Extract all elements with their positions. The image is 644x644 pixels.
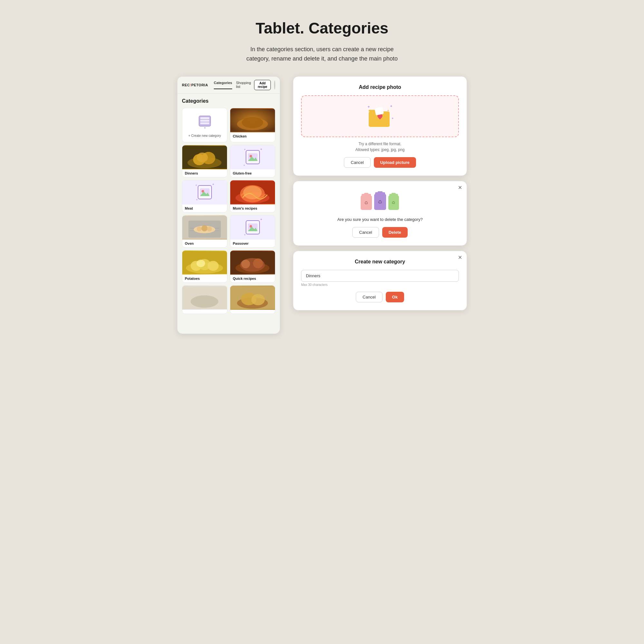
delete-question: Are you sure you want to delete the cate…	[301, 217, 459, 222]
extra2-image	[230, 286, 275, 310]
svg-rect-73	[392, 193, 396, 194]
category-card-dinners[interactable]: Dinners	[182, 145, 227, 177]
svg-point-34	[197, 226, 202, 231]
svg-text:✦: ✦	[210, 123, 212, 125]
page-title: Tablet. Categories	[13, 19, 631, 37]
create-modal-close[interactable]: ✕	[458, 255, 462, 260]
category-name-input[interactable]	[301, 270, 459, 282]
nav-link-categories[interactable]: Categories	[214, 81, 232, 89]
oven-image	[182, 215, 227, 240]
tablet-body: Categories ✦ ✦ ✦ +	[177, 94, 280, 318]
category-card-chicken[interactable]: Chicken	[230, 108, 275, 142]
photo-modal-actions: Cancel Upload picture	[301, 157, 459, 168]
svg-text:✦: ✦	[198, 117, 200, 119]
moms-image	[230, 180, 275, 204]
quick-image	[230, 251, 275, 275]
svg-point-36	[207, 226, 212, 231]
svg-text:♻: ♻	[364, 200, 368, 205]
category-card-extra2[interactable]	[230, 285, 275, 314]
oven-label: Oven	[182, 240, 227, 247]
right-panels: Add recipe photo ✦ ✦ ✦ ✦	[293, 76, 467, 310]
nav-link-shopping[interactable]: Shopping list	[236, 81, 251, 89]
extra1-label	[182, 310, 227, 314]
categories-heading: Categories	[182, 98, 275, 104]
delete-confirm-button[interactable]: Delete	[382, 227, 408, 238]
svg-text:✦: ✦	[204, 127, 206, 129]
moms-label: Mom's recipes	[230, 204, 275, 212]
delete-modal-close[interactable]: ✕	[458, 185, 462, 190]
delete-modal: ✕ ♻ ♻	[293, 181, 467, 246]
svg-rect-6	[200, 122, 209, 124]
gluten-free-label: Gluten-free	[230, 169, 275, 177]
input-character-hint: Max 30 characters	[301, 283, 459, 287]
tablet-nav: REC!PETORIA Categories Shopping list Add…	[177, 77, 280, 94]
category-card-quick[interactable]: Quick recipes	[230, 250, 275, 283]
svg-point-56	[251, 294, 265, 305]
meat-placeholder: ✦ ✦ ✦	[182, 180, 227, 204]
svg-text:✦: ✦	[367, 105, 370, 109]
chicken-label: Chicken	[230, 132, 275, 140]
svg-point-35	[201, 225, 207, 231]
create-ok-button[interactable]: Ok	[386, 292, 404, 302]
chicken-image	[230, 108, 275, 132]
svg-point-52	[191, 295, 218, 308]
category-card-potatoes[interactable]: Potatoes	[182, 250, 227, 283]
delete-modal-actions: Cancel Delete	[301, 227, 459, 238]
svg-rect-69	[378, 191, 383, 193]
passover-placeholder: ✦ ✦	[230, 215, 275, 240]
passover-label: Passover	[230, 240, 275, 247]
folder-icon: ✦ ✦ ✦ ✦	[364, 102, 396, 131]
avatar	[274, 81, 275, 90]
nav-logo: REC!PETORIA	[182, 83, 208, 87]
svg-rect-4	[200, 117, 209, 119]
category-card-oven[interactable]: Oven	[182, 215, 227, 248]
svg-point-13	[241, 117, 263, 128]
svg-rect-5	[200, 120, 209, 122]
delete-cancel-button[interactable]: Cancel	[352, 227, 379, 238]
category-card-moms[interactable]: Mom's recipes	[230, 180, 275, 213]
photo-hint: Try a different file format. Allowed typ…	[301, 141, 459, 153]
create-category-modal: ✕ Create new category Max 30 characters …	[293, 251, 467, 310]
create-new-category-card[interactable]: ✦ ✦ ✦ + Create new category	[182, 108, 227, 142]
svg-point-45	[196, 260, 205, 267]
potatoes-label: Potatoes	[182, 275, 227, 282]
dinners-label: Dinners	[182, 169, 227, 177]
create-modal-actions: Cancel Ok	[301, 292, 459, 302]
photo-upload-area[interactable]: ✦ ✦ ✦ ✦	[301, 95, 459, 137]
add-photo-modal-title: Add recipe photo	[301, 84, 459, 90]
svg-point-49	[241, 260, 250, 268]
category-card-meat[interactable]: ✦ ✦ ✦ Meat	[182, 180, 227, 213]
svg-point-44	[208, 261, 219, 271]
create-modal-title: Create new category	[301, 259, 459, 265]
trash-bins-icon: ♻ ♻ ♻	[359, 189, 401, 213]
tablet-mockup: REC!PETORIA Categories Shopping list Add…	[177, 76, 280, 334]
create-new-label: + Create new category	[188, 134, 221, 137]
gluten-free-placeholder: ✦ ✦ ✦	[230, 145, 275, 169]
add-photo-modal: Add recipe photo ✦ ✦ ✦ ✦	[293, 76, 467, 176]
meat-label: Meat	[182, 204, 227, 212]
nav-links: Categories Shopping list	[214, 81, 251, 89]
extra2-label	[230, 310, 275, 314]
extra1-image	[182, 286, 227, 310]
svg-text:✦: ✦	[391, 117, 394, 120]
svg-text:✦: ✦	[390, 104, 393, 109]
categories-grid: ✦ ✦ ✦ + Create new category	[182, 108, 275, 314]
svg-text:♻: ♻	[378, 199, 382, 205]
category-card-passover[interactable]: ✦ ✦ Passover	[230, 215, 275, 248]
category-card-gluten-free[interactable]: ✦ ✦ ✦ Gluten-free	[230, 145, 275, 177]
svg-rect-65	[364, 193, 368, 194]
create-cancel-button[interactable]: Cancel	[356, 292, 382, 302]
svg-point-50	[253, 258, 263, 268]
upload-picture-button[interactable]: Upload picture	[374, 157, 416, 168]
dinners-image	[182, 145, 227, 169]
page-description: In the categories section, users can cre…	[241, 45, 403, 63]
category-card-extra1[interactable]	[182, 285, 227, 314]
photo-cancel-button[interactable]: Cancel	[344, 157, 370, 168]
svg-text:♻: ♻	[392, 200, 395, 205]
quick-label: Quick recipes	[230, 275, 275, 282]
add-recipe-button[interactable]: Add recipe	[254, 80, 270, 90]
create-new-icon: ✦ ✦ ✦	[195, 113, 214, 132]
delete-icon-area: ♻ ♻ ♻	[301, 189, 459, 213]
potatoes-image	[182, 251, 227, 275]
svg-point-18	[197, 152, 208, 162]
